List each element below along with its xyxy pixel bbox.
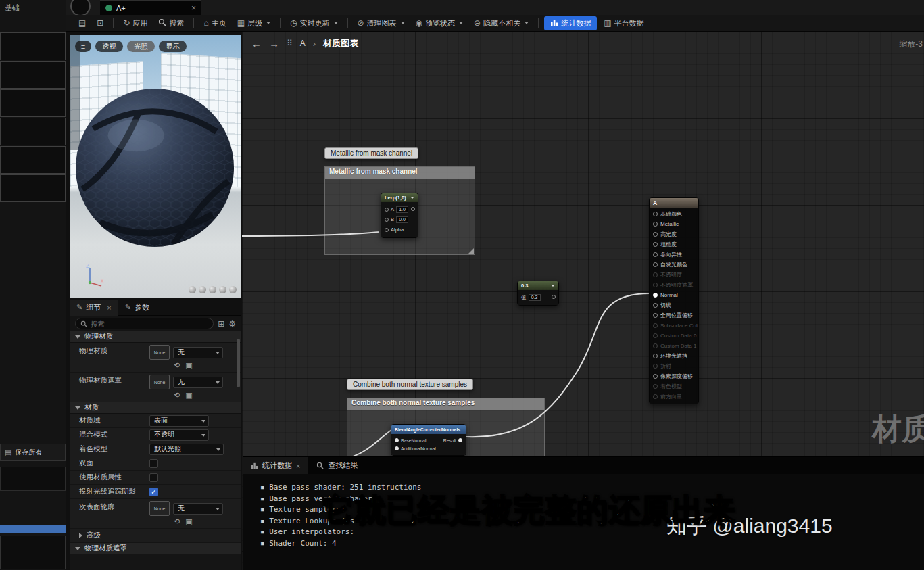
close-icon[interactable]: × — [296, 462, 300, 470]
asset-thumbnail[interactable]: None — [149, 375, 170, 389]
pin-icon[interactable] — [653, 333, 658, 338]
search-input[interactable] — [91, 320, 208, 328]
pin-value-input[interactable]: 0.0 — [396, 216, 408, 223]
pin-icon[interactable] — [653, 262, 658, 267]
close-icon[interactable]: × — [107, 304, 111, 312]
grid-view-icon[interactable]: ⊞ — [218, 319, 224, 329]
result-node-pin[interactable]: 前方向量 — [650, 391, 698, 402]
blend-node-header[interactable]: BlendAngleCorrectedNormals — [391, 425, 466, 434]
scalar-parameter-node[interactable]: 0.3 值 0.3 — [517, 281, 559, 306]
section-physical-material[interactable]: 物理材质 — [70, 331, 241, 343]
pin-icon[interactable] — [653, 212, 658, 216]
asset-tab[interactable]: A+ × — [100, 0, 201, 15]
live-update-button[interactable]: ◷ 实时更新 — [286, 16, 341, 30]
clean-graph-button[interactable]: ⊘ 清理图表 — [354, 16, 409, 30]
section-physical-material-mask[interactable]: 物理材质遮罩 — [70, 543, 241, 554]
result-node-header[interactable]: A — [650, 198, 698, 208]
pin-icon[interactable] — [653, 343, 658, 348]
tab-details[interactable]: ✎ 细节 × — [70, 300, 118, 316]
two-sided-checkbox[interactable] — [149, 459, 158, 468]
row-advanced[interactable]: 高级 — [70, 529, 241, 543]
show-button[interactable]: 显示 — [159, 41, 187, 52]
search-input-wrap[interactable] — [75, 318, 214, 329]
pin-icon[interactable] — [653, 394, 658, 399]
input-pin[interactable] — [395, 438, 399, 442]
viewport-menu-icon[interactable]: ≡ — [75, 41, 91, 52]
pin-icon[interactable] — [653, 283, 658, 287]
asset-thumbnail[interactable]: None — [149, 501, 170, 516]
back-arrow-icon[interactable]: ← — [251, 38, 262, 49]
pin-icon[interactable] — [653, 252, 658, 257]
asset-select[interactable]: 无 — [173, 377, 223, 388]
dock-slot[interactable] — [0, 174, 66, 202]
graph-nav-icon[interactable]: ⠿ — [287, 39, 293, 48]
save-all-button[interactable]: ▤ 保存所有 — [0, 444, 66, 461]
shape-cube-button[interactable] — [219, 286, 226, 293]
blend-angle-corrected-normals-node[interactable]: BlendAngleCorrectedNormals BaseNormal Re… — [391, 424, 466, 456]
asset-select[interactable]: 无 — [173, 347, 223, 358]
result-node-pin[interactable]: Custom Data 0 — [650, 331, 698, 341]
asset-select[interactable]: 无 — [173, 503, 223, 515]
output-pin[interactable] — [458, 438, 462, 442]
result-node-pin[interactable]: 粗糙度 — [650, 239, 698, 250]
details-scrollbar[interactable] — [237, 339, 240, 387]
pin-icon[interactable] — [653, 354, 658, 358]
gear-icon[interactable]: ⚙ — [228, 319, 236, 329]
result-node-pin[interactable]: Custom Data 1 — [650, 341, 698, 351]
comment-title[interactable]: Metallic from mask channel — [325, 167, 475, 179]
pin-value-input[interactable]: 1.0 — [396, 206, 408, 213]
apply-button[interactable]: ↻ 应用 — [119, 16, 151, 30]
result-node-pin[interactable]: 各向异性 — [650, 250, 698, 260]
use-selected-icon[interactable]: ⟲ — [174, 361, 180, 370]
result-node-pin[interactable]: 不透明度 — [650, 270, 698, 280]
browse-asset-icon[interactable]: ▣ — [185, 391, 192, 400]
output-pin[interactable] — [552, 295, 556, 299]
output-pin[interactable] — [411, 207, 415, 211]
shape-plane-button[interactable] — [209, 286, 216, 293]
input-pin[interactable] — [385, 228, 389, 232]
use-material-attributes-checkbox[interactable] — [149, 473, 158, 482]
resize-grip[interactable] — [468, 248, 474, 254]
pin-icon[interactable] — [653, 374, 658, 379]
perspective-button[interactable]: 透视 — [95, 41, 123, 52]
search-button[interactable]: 搜索 — [154, 16, 188, 30]
result-node-pin[interactable]: Subsurface Color — [650, 320, 698, 331]
result-node-pin[interactable]: 像素深度偏移 — [650, 371, 698, 381]
browse-button[interactable]: ⊡ — [93, 17, 107, 29]
lerp-node[interactable]: Lerp(1,0) A 1.0 B 0.0 Alpha — [381, 193, 418, 238]
shape-cylinder-button[interactable] — [189, 286, 196, 293]
app-logo-icon[interactable] — [70, 0, 91, 16]
asset-thumbnail[interactable]: None — [149, 345, 170, 360]
browse-asset-icon[interactable]: ▣ — [185, 361, 192, 370]
home-button[interactable]: ⌂ 主页 — [199, 16, 230, 30]
shading-model-select[interactable]: 默认光照 — [149, 444, 224, 455]
hide-unrelated-button[interactable]: ⊝ 隐藏不相关 — [470, 16, 533, 30]
pin-icon[interactable] — [653, 232, 658, 237]
result-node-pin[interactable]: 不透明度遮罩 — [650, 280, 698, 290]
blend-mode-select[interactable]: 不透明 — [149, 429, 209, 441]
pin-icon[interactable] — [653, 222, 658, 227]
lit-mode-button[interactable]: 光照 — [127, 41, 155, 52]
pin-icon[interactable] — [653, 323, 658, 328]
preview-viewport[interactable]: ≡ 透视 光照 显示 Z x — [70, 35, 241, 298]
result-node-pin[interactable]: 高光度 — [650, 229, 698, 239]
tab-find-results[interactable]: 查找结果 — [308, 457, 366, 474]
save-button[interactable]: ▤ — [74, 17, 90, 29]
scalar-node-header[interactable]: 0.3 — [518, 281, 558, 290]
result-node-pin[interactable]: Normal — [650, 290, 698, 300]
chevron-down-icon[interactable] — [410, 197, 414, 199]
preview-state-button[interactable]: ◉ 预览状态 — [412, 16, 467, 30]
breadcrumb-root[interactable]: A — [300, 39, 306, 48]
dock-slot[interactable] — [0, 118, 66, 145]
shape-mesh-button[interactable] — [229, 286, 237, 293]
pin-icon[interactable] — [653, 303, 658, 308]
pin-icon[interactable] — [653, 293, 658, 298]
value-input[interactable]: 0.3 — [529, 294, 541, 301]
pin-icon[interactable] — [653, 384, 658, 389]
hierarchy-button[interactable]: ▦ 层级 — [233, 16, 274, 30]
dock-slot[interactable] — [0, 61, 66, 89]
use-selected-icon[interactable]: ⟲ — [174, 391, 180, 400]
pin-icon[interactable] — [653, 242, 658, 247]
dock-slot[interactable] — [0, 467, 66, 491]
comment-title[interactable]: Combine both normal texture samples — [347, 398, 544, 410]
